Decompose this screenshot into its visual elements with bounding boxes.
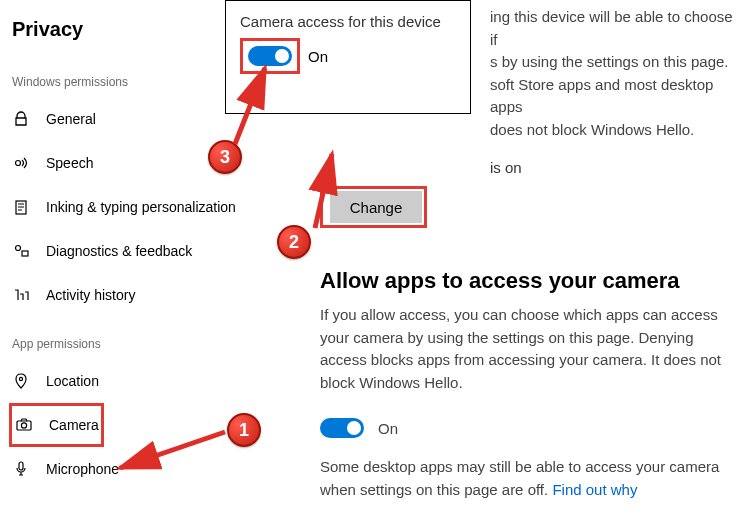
sidebar-item-label: Speech	[46, 155, 93, 171]
flyout-title: Camera access for this device	[240, 13, 456, 30]
flyout-toggle-label: On	[308, 48, 328, 65]
sidebar-item-camera[interactable]: Camera	[9, 403, 104, 447]
lock-icon	[12, 110, 30, 128]
annotation-badge-3: 3	[208, 140, 242, 174]
annotation-badge-1: 1	[227, 413, 261, 447]
toggle-label-on: On	[378, 420, 398, 437]
svg-point-2	[16, 246, 21, 251]
sidebar-item-microphone[interactable]: Microphone	[0, 447, 290, 491]
sidebar-item-label: Location	[46, 373, 99, 389]
svg-point-4	[19, 377, 22, 380]
sidebar-item-speech[interactable]: Speech	[0, 141, 290, 185]
svg-rect-3	[22, 251, 28, 256]
svg-point-6	[21, 423, 26, 428]
change-button[interactable]: Change	[330, 191, 422, 223]
sidebar-item-label: Activity history	[46, 287, 135, 303]
feedback-icon	[12, 242, 30, 260]
find-out-why-link[interactable]: Find out why	[552, 481, 637, 498]
change-button-highlight: Change	[320, 186, 427, 228]
sidebar-item-label: Microphone	[46, 461, 119, 477]
allow-apps-toggle-row: On	[320, 418, 736, 438]
sidebar-item-location[interactable]: Location	[0, 359, 290, 403]
annotation-badge-2: 2	[277, 225, 311, 259]
sidebar-item-activity[interactable]: Activity history	[0, 273, 290, 317]
location-icon	[12, 372, 30, 390]
sidebar-item-diagnostics[interactable]: Diagnostics & feedback	[0, 229, 290, 273]
camera-icon	[15, 416, 33, 434]
section-app-permissions: App permissions	[0, 317, 290, 359]
microphone-icon	[12, 460, 30, 478]
desktop-apps-note: Some desktop apps may still be able to a…	[320, 456, 736, 501]
device-access-status: is on	[320, 141, 736, 186]
sidebar-item-label: Inking & typing personalization	[46, 199, 236, 215]
allow-apps-toggle[interactable]	[320, 418, 364, 438]
speech-icon	[12, 154, 30, 172]
clipboard-icon	[12, 198, 30, 216]
history-icon	[12, 286, 30, 304]
allow-apps-heading: Allow apps to access your camera	[320, 268, 736, 294]
flyout-toggle-highlight	[240, 38, 300, 74]
camera-access-flyout: Camera access for this device On	[225, 0, 471, 114]
svg-rect-7	[19, 462, 23, 470]
allow-apps-body: If you allow access, you can choose whic…	[320, 304, 736, 394]
sidebar-item-inking[interactable]: Inking & typing personalization	[0, 185, 290, 229]
svg-point-0	[16, 161, 21, 166]
sidebar-item-label: Camera	[49, 417, 99, 433]
sidebar-item-label: General	[46, 111, 96, 127]
device-camera-toggle[interactable]	[248, 46, 292, 66]
sidebar-item-label: Diagnostics & feedback	[46, 243, 192, 259]
